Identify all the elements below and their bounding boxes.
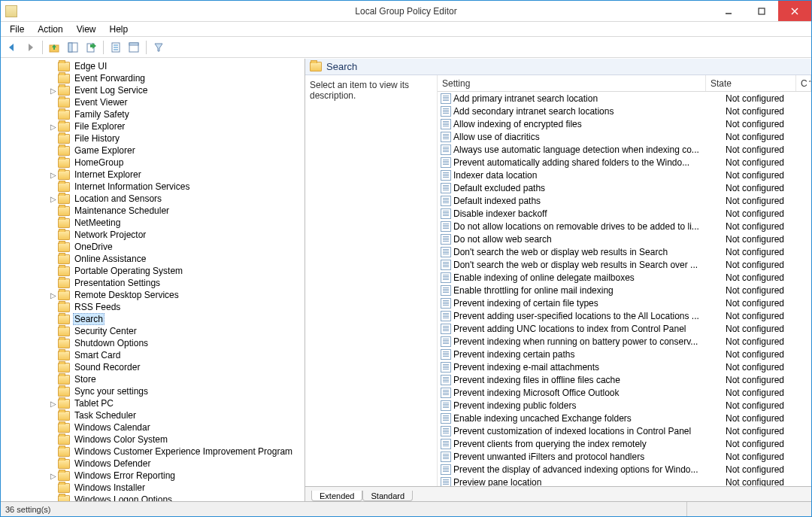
menu-file[interactable]: File: [4, 23, 30, 35]
filter-button[interactable]: [150, 39, 167, 56]
setting-row[interactable]: Prevent clients from querying the index …: [438, 437, 811, 450]
tree-item[interactable]: Windows Color System: [1, 433, 304, 446]
expand-icon[interactable]: ▷: [49, 195, 58, 203]
tree-item[interactable]: RSS Feeds: [1, 301, 304, 313]
up-button[interactable]: [47, 39, 63, 56]
column-state[interactable]: State: [706, 75, 796, 91]
tree-item[interactable]: ▷Windows Error Reporting: [1, 470, 304, 482]
setting-row[interactable]: Preview pane locationNot configured: [438, 476, 811, 486]
tree-item[interactable]: Event Forwarding: [1, 72, 304, 84]
tree-item[interactable]: Presentation Settings: [1, 277, 304, 289]
menu-help[interactable]: Help: [104, 23, 135, 35]
show-hide-tree-button[interactable]: [65, 39, 81, 56]
tree-item[interactable]: File History: [1, 132, 304, 144]
setting-row[interactable]: Allow use of diacriticsNot configured: [438, 130, 811, 143]
column-setting[interactable]: Setting: [438, 75, 706, 91]
setting-row[interactable]: Prevent indexing e-mail attachmentsNot c…: [438, 360, 811, 373]
tree-item[interactable]: OneDrive: [1, 241, 304, 253]
tab-standard[interactable]: Standard: [362, 491, 413, 501]
tree-item[interactable]: ▷Event Log Service: [1, 84, 304, 96]
tree-item[interactable]: ▷Location and Sensors: [1, 193, 304, 205]
menu-view[interactable]: View: [71, 23, 102, 35]
refresh-button[interactable]: [108, 39, 124, 56]
tree-item[interactable]: Sound Recorder: [1, 361, 304, 373]
tree-item[interactable]: ▷File Explorer: [1, 120, 304, 132]
setting-row[interactable]: Enable indexing uncached Exchange folder…: [438, 412, 811, 424]
tree-item[interactable]: Store: [1, 373, 304, 385]
expand-icon[interactable]: ▷: [49, 400, 58, 408]
export-button[interactable]: [83, 39, 99, 56]
properties-button[interactable]: [126, 39, 142, 56]
tree-item[interactable]: ▷Tablet PC: [1, 397, 304, 409]
back-button[interactable]: [4, 39, 20, 56]
tree-item[interactable]: Edge UI: [1, 60, 304, 72]
tree-item[interactable]: ▷Remote Desktop Services: [1, 289, 304, 301]
expand-icon[interactable]: ▷: [49, 123, 58, 131]
tree-item[interactable]: Event Viewer: [1, 96, 304, 108]
setting-row[interactable]: Prevent automatically adding shared fold…: [438, 156, 811, 169]
setting-row[interactable]: Indexer data locationNot configured: [438, 169, 811, 181]
expand-icon[interactable]: ▷: [49, 472, 58, 480]
setting-row[interactable]: Default indexed pathsNot configured: [438, 194, 811, 207]
setting-row[interactable]: Do not allow locations on removable driv…: [438, 220, 811, 233]
setting-state: Not configured: [721, 298, 811, 309]
tree-item[interactable]: Maintenance Scheduler: [1, 205, 304, 217]
setting-row[interactable]: Prevent the display of advanced indexing…: [438, 463, 811, 476]
setting-row[interactable]: Enable throttling for online mail indexi…: [438, 284, 811, 297]
setting-row[interactable]: Always use automatic language detection …: [438, 143, 811, 156]
tree-item[interactable]: Search: [1, 313, 304, 325]
setting-row[interactable]: Disable indexer backoffNot configured: [438, 207, 811, 220]
tree-item[interactable]: Windows Installer: [1, 482, 304, 494]
tree-item[interactable]: Family Safety: [1, 108, 304, 120]
setting-row[interactable]: Don't search the web or display web resu…: [438, 258, 811, 271]
setting-row[interactable]: Prevent indexing public foldersNot confi…: [438, 399, 811, 412]
tree-item[interactable]: NetMeeting: [1, 217, 304, 229]
tree-item[interactable]: Smart Card: [1, 349, 304, 361]
list-body[interactable]: Add primary intranet search locationNot …: [438, 92, 811, 486]
tree-item[interactable]: Internet Information Services: [1, 181, 304, 193]
menu-action[interactable]: Action: [32, 23, 68, 35]
setting-row[interactable]: Prevent unwanted iFilters and protocol h…: [438, 450, 811, 463]
setting-row[interactable]: Prevent adding user-specified locations …: [438, 309, 811, 322]
setting-row[interactable]: Add primary intranet search locationNot …: [438, 92, 811, 105]
setting-name: Prevent indexing e-mail attachments: [453, 362, 721, 373]
expand-icon[interactable]: ▷: [49, 291, 58, 300]
tree-item[interactable]: Online Assistance: [1, 253, 304, 265]
setting-row[interactable]: Prevent customization of indexed locatio…: [438, 424, 811, 437]
setting-row[interactable]: Allow indexing of encrypted filesNot con…: [438, 117, 811, 130]
tree-item[interactable]: Windows Calendar: [1, 421, 304, 433]
setting-row[interactable]: Default excluded pathsNot configured: [438, 181, 811, 194]
tree-item[interactable]: Game Explorer: [1, 144, 304, 157]
tree-item[interactable]: Shutdown Options: [1, 337, 304, 349]
folder-icon: [58, 62, 70, 71]
setting-row[interactable]: Prevent indexing of certain file typesNo…: [438, 297, 811, 309]
setting-row[interactable]: Prevent indexing files in offline files …: [438, 373, 811, 386]
tree-item[interactable]: Windows Defender: [1, 458, 304, 470]
setting-row[interactable]: Prevent indexing Microsoft Office Outloo…: [438, 386, 811, 399]
setting-row[interactable]: Prevent indexing when running on battery…: [438, 335, 811, 348]
tree-item[interactable]: ▷Internet Explorer: [1, 169, 304, 181]
tree-pane[interactable]: Edge UIEvent Forwarding▷Event Log Servic…: [1, 59, 305, 501]
tree-item[interactable]: Windows Customer Experience Improvement …: [1, 446, 304, 458]
setting-row[interactable]: Don't search the web or display web resu…: [438, 245, 811, 258]
tree-item[interactable]: Task Scheduler: [1, 409, 304, 421]
tab-extended[interactable]: Extended: [311, 491, 362, 501]
setting-row[interactable]: Add secondary intranet search locationsN…: [438, 105, 811, 117]
expand-icon[interactable]: ▷: [49, 87, 58, 95]
close-button[interactable]: [778, 1, 811, 21]
expand-icon[interactable]: ▷: [49, 171, 58, 179]
tree-item[interactable]: HomeGroup: [1, 157, 304, 169]
minimize-button[interactable]: [712, 1, 745, 21]
tree-item[interactable]: Sync your settings: [1, 385, 304, 397]
setting-row[interactable]: Prevent adding UNC locations to index fr…: [438, 322, 811, 335]
tree-item[interactable]: Portable Operating System: [1, 265, 304, 277]
forward-button[interactable]: [22, 39, 38, 56]
tree-item[interactable]: Security Center: [1, 325, 304, 337]
tree-item[interactable]: Network Projector: [1, 229, 304, 241]
setting-row[interactable]: Prevent indexing certain pathsNot config…: [438, 348, 811, 360]
tree-item[interactable]: Windows Logon Options: [1, 494, 304, 501]
maximize-button[interactable]: [745, 1, 778, 21]
setting-row[interactable]: Enable indexing of online delegate mailb…: [438, 271, 811, 284]
setting-row[interactable]: Do not allow web searchNot configured: [438, 233, 811, 245]
column-comment[interactable]: C˄: [796, 75, 811, 91]
